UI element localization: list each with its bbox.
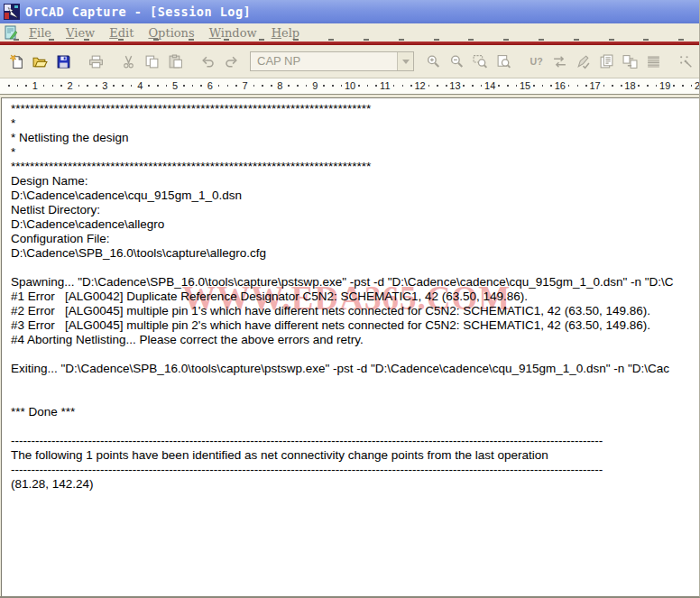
ruler-number: 18 <box>622 79 637 92</box>
print-icon <box>88 54 104 69</box>
menu-item-options[interactable]: Options <box>141 26 201 40</box>
ruler-number: 17 <box>587 79 602 92</box>
open-button[interactable] <box>28 51 51 72</box>
log-line: * <box>11 116 699 131</box>
new-button[interactable] <box>5 51 28 72</box>
log-line: D:\Cadence\cadence\allegro <box>11 217 699 232</box>
log-line: ----------------------------------------… <box>11 434 699 448</box>
orcad-capture-window: OrCAD Capture - [Session Log] FileViewEd… <box>0 0 700 598</box>
new-icon <box>9 54 24 69</box>
paste-icon <box>168 54 183 69</box>
zoom-out-icon <box>449 54 465 69</box>
bill-of-materials-icon <box>646 54 661 69</box>
cut-icon <box>121 54 136 69</box>
ruler-number: 9 <box>310 79 319 92</box>
log-line: ****************************************… <box>11 102 699 116</box>
ruler-number: 1 <box>31 79 40 92</box>
log-line <box>11 391 699 405</box>
zoom-area-icon <box>473 54 488 69</box>
log-line: D:\Cadence\cadence\cqu_915gm_1_0.dsn <box>11 189 699 203</box>
zoom-out-button[interactable] <box>445 51 468 72</box>
project-manager-button[interactable] <box>697 51 699 72</box>
ruler-number: 3 <box>100 79 109 92</box>
log-line: ----------------------------------------… <box>11 463 699 477</box>
orcad-capture-icon <box>4 4 20 20</box>
log-line: #3 Error [ALG0045] multiple pin 2's whic… <box>11 318 699 333</box>
session-log-icon <box>4 25 18 40</box>
ruler-number: 13 <box>447 79 462 92</box>
log-line: #4 Aborting Netlisting... Please correct… <box>11 333 699 347</box>
paste-button[interactable] <box>163 51 187 72</box>
back-annotate-icon <box>552 54 567 69</box>
log-line: #2 Error [ALG0045] multiple pin 1's whic… <box>11 304 699 318</box>
zoom-all-button[interactable] <box>492 51 515 72</box>
redo-icon <box>224 54 239 69</box>
ruler-number: 2 <box>66 79 75 92</box>
log-line: Netlist Directory: <box>11 203 699 217</box>
design-rules-check-icon <box>576 54 591 69</box>
zoom-in-button[interactable] <box>421 51 445 72</box>
save-button[interactable] <box>51 51 75 72</box>
session-log-text-area[interactable]: WWW.EDA365.COM *************************… <box>1 97 699 596</box>
zoom-in-icon <box>426 54 441 69</box>
copy-icon <box>144 54 160 69</box>
design-rules-check-button[interactable] <box>571 51 594 72</box>
annotate-button[interactable]: U? <box>524 51 548 72</box>
ruler-number: 20 <box>693 79 699 92</box>
cross-reference-button[interactable] <box>618 51 641 72</box>
ruler-number: 12 <box>412 79 427 92</box>
combobox-dropdown-button[interactable] <box>397 52 413 70</box>
menu-tick-marks <box>0 39 699 41</box>
menu-item-window[interactable]: Window <box>202 26 264 40</box>
log-line <box>11 347 699 362</box>
redo-button[interactable] <box>219 51 243 72</box>
title-bar: OrCAD Capture - [Session Log] <box>0 0 699 23</box>
log-line: The following 1 points have been identif… <box>11 448 699 463</box>
ruler-number: 11 <box>378 79 391 92</box>
ruler-number: 14 <box>483 79 497 92</box>
copy-button[interactable] <box>140 51 163 72</box>
ruler-number: 8 <box>275 79 284 92</box>
zoom-area-button[interactable] <box>468 51 492 72</box>
log-line: Exiting... "D:\Cadence\SPB_16.0\tools\ca… <box>11 362 699 376</box>
log-line: ****************************************… <box>11 160 699 174</box>
snap-to-grid-icon <box>678 54 694 69</box>
combobox-value: CAP NP <box>251 52 397 70</box>
window-title: OrCAD Capture - [Session Log] <box>25 5 251 19</box>
svg-text:U?: U? <box>530 56 542 67</box>
ruler-number: 7 <box>241 79 250 92</box>
create-netlist-button[interactable] <box>594 51 618 72</box>
zoom-all-icon <box>496 54 511 69</box>
chevron-down-icon <box>402 60 410 64</box>
toolbar: CAP NP U? <box>0 45 699 78</box>
save-icon <box>56 54 71 69</box>
undo-button[interactable] <box>196 51 219 72</box>
back-annotate-button[interactable] <box>548 51 571 72</box>
menu-item-view[interactable]: View <box>59 26 102 40</box>
menu-item-file[interactable]: File <box>22 26 59 40</box>
ruler-number: 6 <box>206 79 215 92</box>
menu-item-edit[interactable]: Edit <box>102 26 141 40</box>
log-line: * <box>11 145 699 160</box>
undo-icon <box>200 54 216 69</box>
bill-of-materials-button[interactable] <box>641 51 665 72</box>
cross-reference-icon <box>622 54 638 69</box>
ruler-number: 19 <box>658 79 672 92</box>
cut-button[interactable] <box>116 51 140 72</box>
log-line: (81.28, 142.24) <box>11 477 699 492</box>
annotate-icon: U? <box>529 54 544 69</box>
menu-item-help[interactable]: Help <box>264 26 308 40</box>
ruler-number: 5 <box>170 79 180 92</box>
ruler-number: 15 <box>518 79 532 92</box>
log-line: *** Done *** <box>11 405 699 419</box>
part-search-combobox[interactable]: CAP NP <box>250 51 414 71</box>
print-button[interactable] <box>84 51 107 72</box>
snap-to-grid-button[interactable] <box>674 51 697 72</box>
log-line <box>11 261 699 275</box>
horizontal-ruler: 1234567891011121314151617181920 <box>0 78 699 95</box>
menu-bar: FileViewEditOptionsWindowHelp <box>0 23 699 41</box>
log-line: Spawning... "D:\Cadence\SPB_16.0\tools\c… <box>11 275 699 290</box>
log-line: Configuration File: <box>11 232 699 246</box>
log-line: #1 Error [ALG0042] Duplicate Reference D… <box>11 290 699 304</box>
log-line <box>11 419 699 434</box>
